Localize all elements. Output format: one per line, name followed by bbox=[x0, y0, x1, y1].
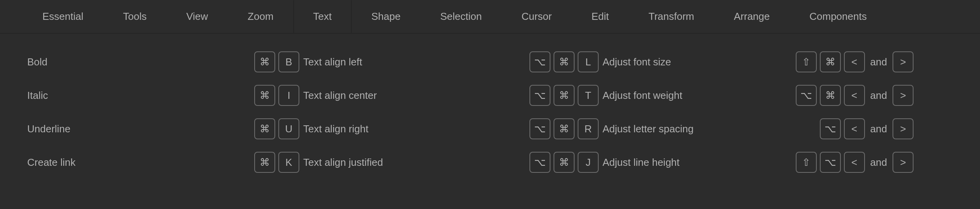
letter-key-i: I bbox=[278, 85, 299, 106]
cmd-key-icon: ⌘ bbox=[254, 152, 275, 173]
shortcut-row: Underline⌘U bbox=[27, 112, 299, 146]
cmd-key-icon: ⌘ bbox=[820, 85, 841, 106]
cmd-key-icon: ⌘ bbox=[554, 85, 575, 106]
option-key-icon: ⌥ bbox=[820, 152, 841, 173]
option-key-icon: ⌥ bbox=[529, 85, 550, 106]
tab-label: View bbox=[186, 11, 208, 23]
tab-label: Tools bbox=[123, 11, 147, 23]
shortcut-label: Adjust font size bbox=[603, 56, 671, 68]
tab-tools[interactable]: Tools bbox=[103, 0, 167, 33]
cmd-key-icon: ⌘ bbox=[554, 51, 575, 72]
shortcut-label: Text align right bbox=[303, 123, 369, 135]
less-than-key-icon: < bbox=[844, 85, 865, 106]
tab-edit[interactable]: Edit bbox=[571, 0, 629, 33]
tab-zoom[interactable]: Zoom bbox=[228, 0, 293, 33]
shortcut-row: Italic⌘I bbox=[27, 79, 299, 112]
less-than-key-icon: < bbox=[844, 152, 865, 173]
letter-key-l: L bbox=[578, 51, 599, 72]
tab-transform[interactable]: Transform bbox=[629, 0, 714, 33]
shortcut-keys: ⌥⌘T bbox=[529, 85, 599, 106]
tab-label: Transform bbox=[648, 11, 694, 23]
tab-essential[interactable]: Essential bbox=[23, 0, 103, 33]
tab-text[interactable]: Text bbox=[293, 0, 352, 33]
letter-key-k: K bbox=[278, 152, 299, 173]
letter-key-u: U bbox=[278, 118, 299, 139]
greater-than-key-icon: > bbox=[893, 118, 914, 139]
shortcut-row: Create link⌘K bbox=[27, 146, 299, 179]
shortcut-keys: ⌥⌘<and> bbox=[796, 85, 914, 106]
shortcut-row: Adjust font weight⌥⌘<and> bbox=[603, 79, 914, 112]
shortcut-label: Adjust font weight bbox=[603, 90, 682, 102]
tab-arrange[interactable]: Arrange bbox=[714, 0, 790, 33]
letter-key-t: T bbox=[578, 85, 599, 106]
tab-label: Essential bbox=[42, 11, 84, 23]
separator-and: and bbox=[868, 90, 889, 102]
cmd-key-icon: ⌘ bbox=[554, 152, 575, 173]
separator-and: and bbox=[868, 56, 889, 68]
shortcut-label: Text align justified bbox=[303, 156, 383, 169]
shortcut-keys: ⌘B bbox=[254, 51, 299, 72]
shortcut-keys: ⇧⌘<and> bbox=[796, 51, 914, 72]
shortcut-label: Text align left bbox=[303, 56, 362, 68]
shortcut-label: Create link bbox=[27, 156, 75, 169]
tab-selection[interactable]: Selection bbox=[420, 0, 501, 33]
shortcut-row: Text align center⌥⌘T bbox=[303, 79, 599, 112]
option-key-icon: ⌥ bbox=[529, 118, 550, 139]
tab-label: Edit bbox=[591, 11, 609, 23]
shortcut-row: Text align right⌥⌘R bbox=[303, 112, 599, 146]
shortcut-label: Bold bbox=[27, 56, 47, 68]
tab-label: Arrange bbox=[734, 11, 770, 23]
tab-view[interactable]: View bbox=[166, 0, 228, 33]
shortcut-row: Adjust letter spacing⌥<and> bbox=[603, 112, 914, 146]
greater-than-key-icon: > bbox=[893, 85, 914, 106]
shift-key-icon: ⇧ bbox=[796, 152, 817, 173]
tab-label: Text bbox=[313, 11, 332, 23]
shortcuts-col-1: Bold⌘BItalic⌘IUnderline⌘UCreate link⌘K bbox=[27, 45, 299, 179]
shortcut-keys: ⌥⌘R bbox=[529, 118, 599, 139]
cmd-key-icon: ⌘ bbox=[254, 51, 275, 72]
shortcuts-col-2: Text align left⌥⌘LText align center⌥⌘TTe… bbox=[303, 45, 599, 179]
shortcut-row: Text align left⌥⌘L bbox=[303, 45, 599, 79]
shortcut-keys: ⌥⌘L bbox=[529, 51, 599, 72]
less-than-key-icon: < bbox=[844, 118, 865, 139]
shortcut-row: Adjust font size⇧⌘<and> bbox=[603, 45, 914, 79]
shortcut-keys: ⌥⌘J bbox=[529, 152, 599, 173]
tab-shape[interactable]: Shape bbox=[351, 0, 420, 33]
shortcut-label: Italic bbox=[27, 90, 48, 102]
shortcuts-columns: Bold⌘BItalic⌘IUnderline⌘UCreate link⌘K T… bbox=[0, 33, 980, 179]
tab-components[interactable]: Components bbox=[790, 0, 886, 33]
shortcut-keys: ⌥<and> bbox=[820, 118, 914, 139]
letter-key-j: J bbox=[578, 152, 599, 173]
cmd-key-icon: ⌘ bbox=[554, 118, 575, 139]
cmd-key-icon: ⌘ bbox=[254, 85, 275, 106]
shift-key-icon: ⇧ bbox=[796, 51, 817, 72]
less-than-key-icon: < bbox=[844, 51, 865, 72]
shortcut-label: Adjust letter spacing bbox=[603, 123, 694, 135]
shortcuts-col-3: Adjust font size⇧⌘<and>Adjust font weigh… bbox=[603, 45, 914, 179]
shortcut-keys: ⌘U bbox=[254, 118, 299, 139]
greater-than-key-icon: > bbox=[893, 152, 914, 173]
greater-than-key-icon: > bbox=[893, 51, 914, 72]
letter-key-r: R bbox=[578, 118, 599, 139]
tab-label: Shape bbox=[371, 11, 400, 23]
cmd-key-icon: ⌘ bbox=[254, 118, 275, 139]
tab-cursor[interactable]: Cursor bbox=[501, 0, 571, 33]
shortcut-label: Adjust line height bbox=[603, 156, 680, 169]
shortcut-keys: ⌘I bbox=[254, 85, 299, 106]
shortcut-label: Underline bbox=[27, 123, 70, 135]
option-key-icon: ⌥ bbox=[820, 118, 841, 139]
option-key-icon: ⌥ bbox=[529, 152, 550, 173]
shortcut-row: Text align justified⌥⌘J bbox=[303, 146, 599, 179]
option-key-icon: ⌥ bbox=[796, 85, 817, 106]
tab-label: Zoom bbox=[248, 11, 273, 23]
shortcut-keys: ⌘K bbox=[254, 152, 299, 173]
shortcut-label: Text align center bbox=[303, 90, 377, 102]
shortcut-row: Adjust line height⇧⌥<and> bbox=[603, 146, 914, 179]
letter-key-b: B bbox=[278, 51, 299, 72]
tabs-bar: EssentialToolsViewZoomTextShapeSelection… bbox=[0, 0, 980, 33]
option-key-icon: ⌥ bbox=[529, 51, 550, 72]
cmd-key-icon: ⌘ bbox=[820, 51, 841, 72]
tab-label: Components bbox=[809, 11, 866, 23]
separator-and: and bbox=[868, 156, 889, 169]
tab-label: Cursor bbox=[521, 11, 552, 23]
